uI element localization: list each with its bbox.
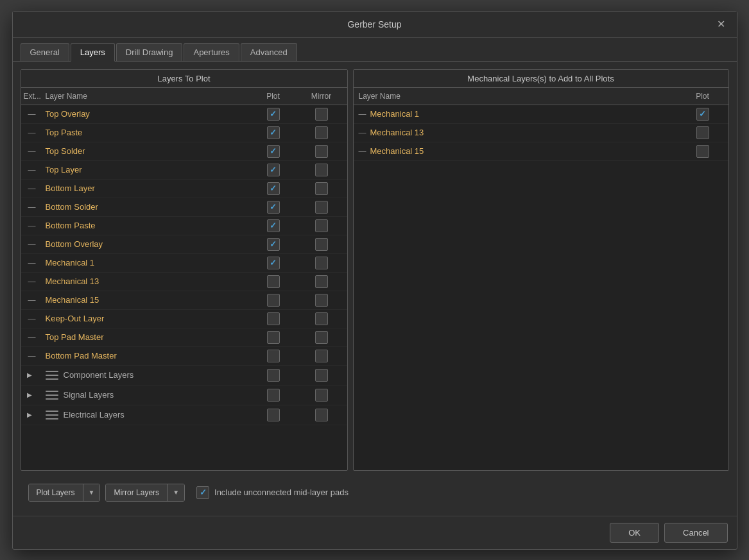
group-plot-checkbox[interactable] (267, 389, 280, 402)
layer-ext: — (21, 276, 43, 287)
left-layer-row: — Bottom Layer (21, 180, 347, 198)
layer-plot-checkbox[interactable] (267, 219, 280, 232)
layer-mirror-checkbox[interactable] (315, 126, 328, 139)
layer-plot-checkbox[interactable] (267, 126, 280, 139)
left-layer-row: — Bottom Pad Master (21, 347, 347, 366)
group-plot-checkbox[interactable] (267, 369, 280, 382)
layer-group-row: ▶ Component Layers (21, 366, 347, 386)
left-layer-row: — Top Pad Master (21, 328, 347, 347)
gerber-setup-dialog: Gerber Setup ✕ General Layers Drill Draw… (12, 11, 737, 550)
plot-layers-splitbtn: Plot Layers ▼ (28, 484, 101, 502)
layer-plot-checkbox[interactable] (267, 331, 280, 344)
right-layer-row: — Mechanical 15 (354, 142, 728, 161)
right-layer-plot-checkbox[interactable] (696, 126, 709, 139)
layer-mirror-checkbox[interactable] (315, 145, 328, 158)
layer-plot-checkbox[interactable] (267, 201, 280, 214)
layer-mirror-checkbox[interactable] (315, 182, 328, 195)
expand-arrow[interactable]: ▶ (27, 411, 37, 418)
layer-mirror-checkbox[interactable] (315, 219, 328, 232)
layer-ext: — (21, 108, 43, 120)
group-mirror-checkbox[interactable] (315, 369, 328, 382)
layer-mirror-checkbox[interactable] (315, 238, 328, 251)
layer-plot-checkbox[interactable] (267, 108, 280, 121)
group-mirror-checkbox[interactable] (315, 389, 328, 402)
include-row: Include unconnected mid-layer pads (196, 486, 721, 499)
layer-plot-checkbox[interactable] (267, 275, 280, 288)
left-layer-row: — Bottom Paste (21, 217, 347, 235)
ok-button[interactable]: OK (610, 523, 659, 543)
layer-mirror-checkbox[interactable] (315, 257, 328, 269)
layer-mirror-checkbox[interactable] (315, 331, 328, 344)
layer-ext: — (21, 239, 43, 250)
expand-arrow[interactable]: ▶ (27, 391, 37, 398)
left-layer-row: — Keep-Out Layer (21, 310, 347, 328)
left-layer-row: — Top Paste (21, 124, 347, 142)
layer-name-text: Top Paste (46, 128, 83, 137)
layer-mirror-checkbox[interactable] (315, 312, 328, 325)
layer-plot-checkbox[interactable] (267, 145, 280, 158)
expand-arrow[interactable]: ▶ (27, 371, 37, 378)
tab-layers[interactable]: Layers (71, 43, 115, 62)
tab-drill-drawing[interactable]: Drill Drawing (116, 43, 183, 61)
include-unconnected-checkbox[interactable] (196, 486, 209, 499)
layer-mirror-checkbox[interactable] (315, 164, 328, 176)
layer-plot-checkbox[interactable] (267, 182, 280, 195)
col-mirror-header: Mirror (296, 90, 347, 102)
layer-ext: — (21, 127, 43, 139)
mechanical-layers-panel: Mechanical Layers(s) to Add to All Plots… (353, 69, 729, 471)
group-mirror-checkbox[interactable] (315, 409, 328, 421)
left-panel-header: Layers To Plot (21, 70, 347, 88)
layer-mirror-checkbox[interactable] (315, 350, 328, 362)
mirror-layers-button[interactable]: Mirror Layers (106, 484, 168, 501)
layer-name-text: Bottom Layer (46, 183, 95, 193)
plot-layers-dropdown-arrow[interactable]: ▼ (83, 484, 100, 501)
layers-scroll-area[interactable]: — Top Overlay — Top Paste (21, 105, 347, 470)
cancel-button[interactable]: Cancel (664, 523, 727, 543)
close-button[interactable]: ✕ (715, 18, 728, 31)
right-layer-name: Mechanical 13 (370, 128, 424, 137)
plot-layers-button[interactable]: Plot Layers (29, 484, 83, 501)
layer-ext: — (21, 332, 43, 343)
layer-plot-checkbox[interactable] (267, 294, 280, 307)
group-name: Signal Layers (64, 390, 248, 400)
layer-mirror-checkbox[interactable] (315, 294, 328, 307)
layer-name-text: Keep-Out Layer (46, 314, 105, 323)
mirror-layers-dropdown-arrow[interactable]: ▼ (168, 484, 184, 501)
right-layer-plot-checkbox[interactable] (696, 108, 709, 121)
layer-group-row: ▶ Signal Layers (21, 386, 347, 405)
tab-advanced[interactable]: Advanced (241, 43, 297, 61)
mechanical-scroll-area[interactable]: — Mechanical 1 — Mechanical 13 — Mechani… (354, 105, 728, 470)
layer-plot-checkbox[interactable] (267, 164, 280, 176)
layer-mirror-checkbox[interactable] (315, 108, 328, 121)
layer-mirror-checkbox[interactable] (315, 201, 328, 214)
right-layer-plot-checkbox[interactable] (696, 145, 709, 158)
tab-bar: General Layers Drill Drawing Apertures A… (13, 38, 737, 61)
tab-general[interactable]: General (21, 43, 69, 61)
left-col-headers: Ext... Layer Name Plot Mirror (21, 88, 347, 105)
layer-name-text: Bottom Overlay (46, 239, 103, 249)
left-layer-row: — Top Solder (21, 142, 347, 161)
right-panel-header: Mechanical Layers(s) to Add to All Plots (354, 70, 728, 88)
tab-apertures[interactable]: Apertures (184, 43, 239, 61)
layer-ext: — (21, 313, 43, 325)
right-col-headers: Layer Name Plot (354, 88, 728, 105)
mirror-layers-splitbtn: Mirror Layers ▼ (105, 484, 185, 502)
group-plot-checkbox[interactable] (267, 409, 280, 421)
layer-ext: — (21, 350, 43, 362)
tab-content-layers: Layers To Plot Ext... Layer Name Plot Mi… (13, 61, 737, 516)
layer-plot-checkbox[interactable] (267, 257, 280, 269)
layer-mirror-checkbox[interactable] (315, 275, 328, 288)
col-name-header: Layer Name (43, 90, 251, 102)
dialog-title: Gerber Setup (35, 19, 715, 30)
right-col-name-header: Layer Name (354, 90, 677, 102)
layer-plot-checkbox[interactable] (267, 312, 280, 325)
layer-ext: — (21, 257, 43, 269)
layer-name-text: Mechanical 13 (46, 276, 99, 286)
left-layer-row: — Top Overlay (21, 105, 347, 124)
layer-plot-checkbox[interactable] (267, 238, 280, 251)
layer-ext: — (21, 164, 43, 176)
right-layer-row: — Mechanical 13 (354, 124, 728, 142)
layer-plot-checkbox[interactable] (267, 350, 280, 362)
left-layer-row: — Mechanical 15 (21, 291, 347, 310)
layer-ext: — (21, 183, 43, 194)
